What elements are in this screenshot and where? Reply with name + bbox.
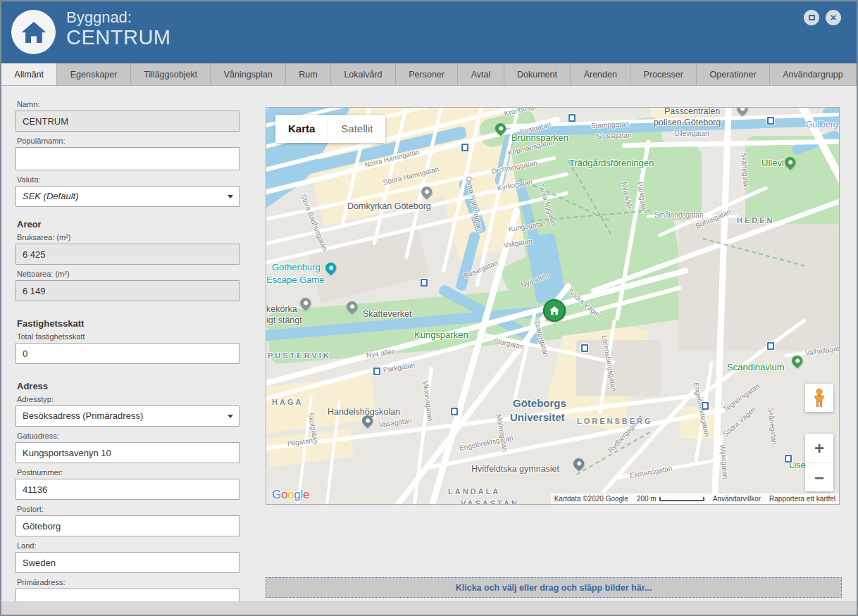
- land-input[interactable]: [15, 552, 240, 573]
- map-label: igt stängt: [266, 315, 302, 325]
- google-logo-letter: G: [272, 488, 281, 501]
- map-shape: [576, 340, 661, 396]
- pegman-icon: [812, 388, 826, 408]
- map-canvas[interactable]: KronhusgatanPostgatanKöpmansgatanNorra H…: [266, 107, 840, 505]
- adress-heading: Adress: [17, 381, 238, 391]
- window-bottom-strip: [1, 601, 857, 616]
- map-attribution: Kartdata ©2020 Google 200 m Användarvill…: [551, 494, 839, 504]
- map-label: polisen Göteborg: [654, 118, 721, 127]
- map-label: Smålandsgatan: [654, 211, 704, 219]
- postnummer-input[interactable]: [15, 479, 240, 500]
- map-label: Ullevigatan: [674, 130, 709, 137]
- transit-stop-icon[interactable]: [701, 401, 709, 410]
- map-label: Hvitfeldtska gymnasiet: [471, 464, 559, 474]
- transit-stop-icon[interactable]: [450, 407, 459, 416]
- tab-personer[interactable]: Personer: [396, 63, 458, 85]
- map-type-control: Karta Satellit: [275, 115, 385, 143]
- map-label: HEDEN: [737, 216, 775, 225]
- map-label: Göteborgs: [513, 397, 566, 409]
- namn-input[interactable]: [15, 111, 240, 132]
- postort-input[interactable]: [15, 515, 240, 536]
- map-label: Wijksgatan: [719, 444, 730, 479]
- transit-stop-icon[interactable]: [580, 344, 589, 353]
- terms-link[interactable]: Användarvillkor: [713, 495, 761, 503]
- valuta-select[interactable]: SEK (Default): [15, 186, 240, 207]
- adresstyp-select[interactable]: Besöksadress (Primäradress): [15, 406, 240, 427]
- report-error-link[interactable]: Rapportera ett kartfel: [769, 495, 835, 503]
- app-logo: [11, 10, 56, 54]
- transit-stop-icon[interactable]: [373, 367, 381, 376]
- tab-allm-nt[interactable]: Allmänt: [1, 63, 57, 85]
- tab-egenskaper[interactable]: Egenskaper: [57, 63, 130, 85]
- general-form: Namn: Populärnamn: Valuta: SEK (Default)…: [15, 100, 240, 615]
- nettoarea-input[interactable]: [15, 280, 240, 301]
- transit-stop-icon[interactable]: [568, 113, 576, 122]
- map-label: Brunnsparken: [511, 132, 568, 143]
- tab-processer[interactable]: Processer: [630, 63, 697, 85]
- total-fastighetsskatt-label: Total fastighetsskatt: [17, 332, 238, 341]
- house-marker-icon: [548, 304, 561, 317]
- map-label: Ekmansgatan: [629, 464, 673, 479]
- app-window: Byggnad: CENTRUM × AllmäntEgenskaperTill…: [0, 0, 858, 616]
- map-scale: 200 m: [637, 495, 704, 503]
- transit-stop-icon[interactable]: [784, 454, 792, 463]
- map-label: Vasagatan: [378, 417, 412, 429]
- google-logo-letter: e: [303, 488, 309, 501]
- transit-stop-icon[interactable]: [461, 143, 469, 152]
- bruksarea-input[interactable]: [15, 244, 240, 265]
- tab-dokument[interactable]: Dokument: [504, 63, 571, 85]
- zoom-in-button[interactable]: +: [805, 434, 833, 463]
- building-location-marker[interactable]: [543, 299, 566, 322]
- popularnamn-label: Populärnamn:: [17, 137, 238, 145]
- maximize-button[interactable]: [804, 10, 819, 25]
- gatuadress-input[interactable]: [15, 442, 240, 463]
- object-type-label: Byggnad:: [66, 8, 171, 26]
- map-label: Universitet: [510, 411, 565, 423]
- google-logo-letter: o: [287, 488, 294, 501]
- popularnamn-input[interactable]: [15, 147, 240, 170]
- tab-lokalv-rd[interactable]: Lokalvård: [331, 63, 396, 85]
- maximize-icon: [809, 15, 815, 20]
- close-button[interactable]: ×: [826, 10, 841, 25]
- tab-v-ningsplan[interactable]: Våningsplan: [211, 63, 286, 85]
- transit-stop-icon[interactable]: [420, 278, 428, 287]
- chevron-down-icon: [228, 415, 233, 418]
- postnummer-label: Postnummer:: [17, 468, 238, 477]
- page-title: Byggnad: CENTRUM: [66, 8, 171, 50]
- map-label: LORENSBERG: [577, 417, 653, 425]
- valuta-label: Valuta:: [17, 175, 238, 184]
- map-label: Slussgatan: [597, 131, 632, 140]
- pegman-button[interactable]: [805, 384, 833, 412]
- image-dropzone[interactable]: Klicka och välj eller drag och släpp bil…: [266, 577, 842, 598]
- map-label: Skånegatan: [767, 407, 779, 445]
- map-shape: [678, 224, 840, 351]
- map-label: Skatteverket: [363, 309, 411, 319]
- tab-anv-ndargrupp[interactable]: Användargrupp: [770, 63, 857, 85]
- map-label: Trädgårdsföreningen: [569, 158, 654, 168]
- map-copyright: Kartdata ©2020 Google: [554, 495, 628, 503]
- adresstyp-label: Adresstyp:: [17, 395, 238, 403]
- map-label: LANDALA: [448, 487, 500, 496]
- transit-stop-icon[interactable]: [766, 116, 775, 125]
- zoom-out-button[interactable]: −: [805, 463, 833, 491]
- map-type-karta-button[interactable]: Karta: [275, 115, 328, 143]
- map-label: Handelshögskolan: [328, 407, 400, 417]
- fastighetsskatt-heading: Fastighetsskatt: [17, 318, 238, 329]
- header: Byggnad: CENTRUM ×: [1, 1, 857, 63]
- tab--renden[interactable]: Ärenden: [571, 63, 630, 85]
- map-zoom-control: + −: [805, 434, 833, 491]
- google-logo[interactable]: Google: [272, 488, 309, 502]
- total-fastighetsskatt-input[interactable]: [15, 343, 240, 364]
- map-label: Gothenburg: [272, 262, 321, 272]
- map-type-satellit-button[interactable]: Satellit: [328, 115, 385, 143]
- tab-operationer[interactable]: Operationer: [697, 63, 770, 85]
- areor-heading: Areor: [17, 219, 238, 230]
- tab-avtal[interactable]: Avtal: [458, 63, 504, 85]
- tab-rum[interactable]: Rum: [286, 63, 331, 85]
- map-label: Passcentralen: [664, 107, 720, 116]
- passcentralen-pin[interactable]: [735, 107, 750, 116]
- chevron-down-icon: [228, 195, 233, 199]
- valuta-value: SEK (Default): [23, 191, 78, 201]
- tab-till-ggsobjekt[interactable]: Tilläggsobjekt: [131, 63, 211, 85]
- transit-stop-icon[interactable]: [766, 341, 775, 351]
